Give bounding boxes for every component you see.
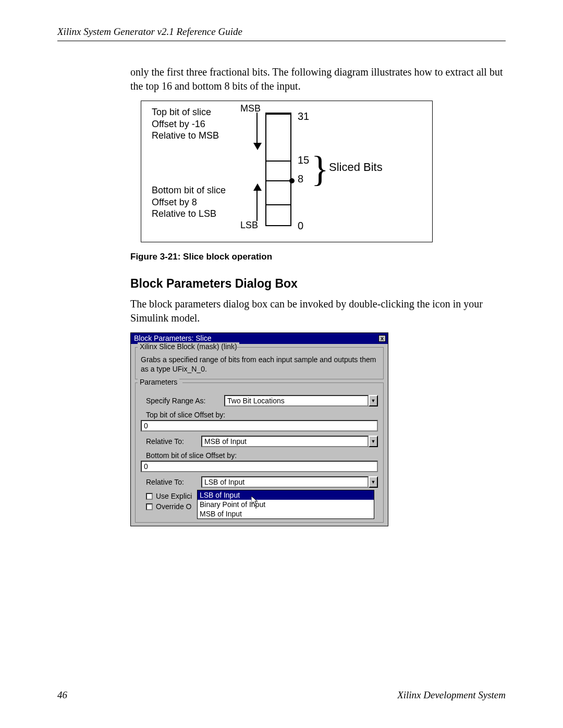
specify-range-value[interactable]: Two Bit Locations — [224, 395, 369, 406]
relative-to-top-combo[interactable]: MSB of Input ▼ — [201, 436, 378, 447]
relative-to-bottom-value[interactable]: LSB of Input — [201, 476, 369, 488]
mask-description: Grabs a specified range of bits from eac… — [141, 355, 378, 374]
diag-top-label: Top bit of slice Offset by -16 Relative … — [152, 106, 219, 142]
section-heading: Block Parameters Dialog Box — [130, 277, 506, 291]
msb-label: MSB — [240, 103, 261, 114]
relative-to-dropdown-list[interactable]: LSB of Input Binary Point of Input MSB o… — [197, 490, 374, 519]
bit-15-label: 15 — [298, 154, 309, 166]
dialog-title: Block Parameters: Slice — [134, 334, 212, 342]
slice-diagram: Top bit of slice Offset by -16 Relative … — [141, 101, 433, 242]
diag-bottom-label: Bottom bit of slice Offset by 8 Relative… — [152, 184, 226, 220]
dropdown-option-lsb[interactable]: LSB of Input — [198, 490, 374, 500]
bit-8-label: 8 — [298, 173, 303, 185]
brace-icon: } — [311, 151, 329, 188]
specify-range-label: Specify Range As: — [146, 397, 219, 405]
sliced-bits-label: Sliced Bits — [329, 161, 383, 174]
chevron-down-icon[interactable]: ▼ — [369, 395, 378, 406]
specify-range-combo[interactable]: Two Bit Locations ▼ — [224, 395, 378, 406]
section-paragraph: The block parameters dialog box can be i… — [130, 297, 506, 325]
override-label: Override O — [156, 502, 191, 511]
chevron-down-icon[interactable]: ▼ — [369, 476, 378, 488]
page-number: 46 — [57, 689, 67, 701]
intro-paragraph: only the first three fractional bits. Th… — [130, 65, 506, 93]
bit-0-label: 0 — [298, 220, 303, 232]
close-icon[interactable]: x — [378, 335, 386, 342]
chevron-down-icon[interactable]: ▼ — [369, 436, 378, 447]
lsb-label: LSB — [240, 220, 258, 231]
bottom-offset-input[interactable]: 0 — [141, 461, 378, 472]
slice-divider — [265, 180, 291, 181]
figure-caption: Figure 3-21: Slice block operation — [130, 252, 506, 262]
slice-dot-icon — [289, 178, 295, 183]
mask-groupbox: Grabs a specified range of bits from eac… — [135, 347, 384, 379]
running-head: Xilinx System Generator v2.1 Reference G… — [57, 26, 506, 41]
bit-31-label: 31 — [298, 110, 309, 122]
relative-to-top-value[interactable]: MSB of Input — [201, 436, 369, 447]
bottom-offset-label: Bottom bit of slice Offset by: — [146, 451, 378, 460]
relative-to-bottom-label: Relative To: — [146, 478, 196, 486]
footer-right: Xilinx Development System — [397, 689, 506, 701]
use-explicit-checkbox[interactable] — [146, 493, 153, 500]
block-parameters-dialog: Block Parameters: Slice x Grabs a specif… — [130, 332, 388, 526]
use-explicit-label: Use Explici — [156, 492, 192, 500]
dropdown-option-msb[interactable]: MSB of Input — [198, 509, 374, 519]
top-offset-input[interactable]: 0 — [141, 420, 378, 431]
parameters-groupbox: Specify Range As: Two Bit Locations ▼ To… — [135, 382, 384, 523]
bit-column — [265, 113, 291, 226]
top-offset-label: Top bit of slice Offset by: — [146, 411, 378, 419]
relative-to-bottom-combo[interactable]: LSB of Input ▼ — [201, 476, 378, 488]
override-checkbox[interactable] — [146, 503, 153, 510]
relative-to-top-label: Relative To: — [146, 437, 196, 446]
dropdown-option-binary-point[interactable]: Binary Point of Input — [198, 500, 374, 509]
